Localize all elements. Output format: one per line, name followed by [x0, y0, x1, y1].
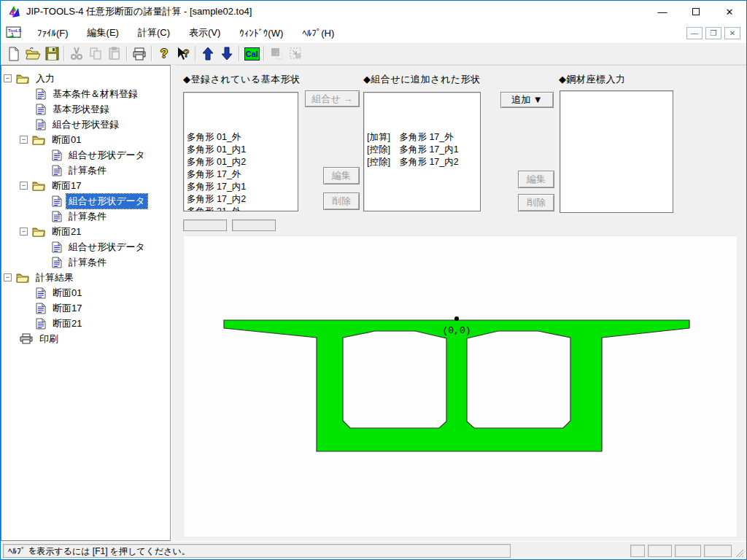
tree-item-組合せ形状データ[interactable]: 組合せ形状データ [1, 193, 170, 209]
shape-combine-button[interactable] [267, 44, 286, 63]
doc-icon [36, 318, 46, 330]
delete-steel-button[interactable]: 削除 [518, 194, 554, 211]
menu-item[interactable]: 表示(V) [179, 23, 230, 42]
list-item[interactable]: 多角形 01_内2 [187, 156, 295, 168]
maximize-button[interactable] [679, 1, 713, 23]
print-button[interactable] [130, 44, 149, 63]
window-title: JIP-TOOLS-4 任意形断面の諸量計算 - [sample02.to4] [26, 5, 646, 18]
list-item[interactable]: 多角形 17_外 [187, 168, 295, 181]
calculate-button[interactable]: Cal [242, 44, 261, 63]
save-button[interactable] [42, 44, 61, 63]
menu-item[interactable]: ﾌｧｲﾙ(F) [28, 25, 78, 42]
doc-icon [36, 88, 46, 100]
list-item[interactable]: [控除] 多角形 17_内2 [367, 156, 477, 168]
list-item[interactable]: 多角形 17_内2 [187, 193, 295, 206]
mdi-minimize-button[interactable]: — [686, 27, 703, 39]
main-area: −入力基本条件＆材料登録基本形状登録組合せ形状登録−断面01組合せ形状データ計算… [1, 65, 746, 541]
combined-shapes-list[interactable]: [加算] 多角形 17_外[控除] 多角形 17_内1[控除] 多角形 17_内… [363, 92, 481, 211]
tree-item-組合せ形状登録[interactable]: 組合せ形状登録 [1, 117, 170, 132]
open-file-button[interactable] [23, 44, 42, 63]
help-icon: ? [160, 47, 168, 61]
add-steel-button[interactable]: 追加 ▼ [500, 92, 554, 108]
tree-item-断面21[interactable]: −断面21 [1, 224, 170, 239]
tree-item-計算結果[interactable]: −計算結果 [1, 270, 170, 285]
resize-grip[interactable] [735, 548, 744, 558]
basic-shapes-list[interactable]: 多角形 01_外多角形 01_内1多角形 01_内2多角形 17_外多角形 17… [183, 92, 298, 211]
tree-splitter[interactable] [171, 65, 176, 541]
new-file-icon [7, 47, 21, 61]
menu-item[interactable]: ｳｨﾝﾄﾞｳ(W) [230, 25, 293, 42]
tree-item-基本条件＆材料登録[interactable]: 基本条件＆材料登録 [1, 86, 170, 101]
tree-item-計算条件[interactable]: 計算条件 [1, 254, 170, 270]
list-item[interactable]: 多角形 17_内1 [187, 181, 295, 193]
menu-item[interactable]: 編集(E) [78, 23, 128, 42]
status-pane-2 [648, 545, 672, 557]
list-item[interactable]: [加算] 多角形 17_外 [367, 131, 477, 144]
list-item[interactable]: 多角形 21_外 [187, 206, 295, 211]
list-item[interactable]: 多角形 01_内1 [187, 144, 295, 156]
navigation-tree: −入力基本条件＆材料登録基本形状登録組合せ形状登録−断面01組合せ形状データ計算… [1, 65, 171, 541]
steel-input-list[interactable] [560, 90, 673, 213]
mdi-window-controls: — ❐ ✕ [686, 27, 740, 39]
copy-button[interactable] [86, 44, 105, 63]
tree-item-計算条件[interactable]: 計算条件 [1, 209, 170, 224]
move-up-button[interactable] [198, 44, 217, 63]
new-file-button[interactable] [4, 44, 23, 63]
tree-expander-icon[interactable]: − [20, 228, 28, 236]
context-help-button[interactable]: ? [174, 44, 193, 63]
tree-item-断面01[interactable]: 断面01 [1, 285, 170, 300]
combine-button[interactable]: 組合せ → [305, 90, 360, 107]
tree-item-label: 計算結果 [34, 271, 76, 285]
help-button[interactable]: ? [155, 44, 174, 63]
mdi-close-button[interactable]: ✕ [724, 27, 740, 39]
tree-item-label: 断面01 [50, 286, 84, 300]
doc-icon [36, 119, 46, 131]
tree-item-断面21[interactable]: 断面21 [1, 316, 170, 331]
folder-icon [32, 181, 45, 191]
work-area: ◆登録されている基本形状 多角形 01_外多角形 01_内1多角形 01_内2多… [176, 65, 746, 541]
shape-select-button[interactable] [286, 44, 305, 63]
app-window: 4 JIP-TOOLS-4 任意形断面の諸量計算 - [sample02.to4… [0, 0, 747, 560]
move-down-button[interactable] [217, 44, 236, 63]
tree-item-入力[interactable]: −入力 [1, 71, 170, 86]
edit-steel-button[interactable]: 編集 [518, 171, 554, 188]
app-logo-icon: 4 [7, 4, 21, 19]
tree-expander-icon[interactable]: − [20, 136, 28, 144]
status-field-1 [183, 219, 227, 231]
title-bar: 4 JIP-TOOLS-4 任意形断面の諸量計算 - [sample02.to4… [1, 1, 746, 23]
menu-item[interactable]: ﾍﾙﾌﾟ(H) [293, 25, 344, 42]
edit-basic-shape-button[interactable]: 編集 [323, 167, 360, 184]
delete-basic-shape-button[interactable]: 削除 [323, 192, 360, 210]
status-pane-3 [675, 545, 701, 557]
mdi-restore-icon: ❐ [711, 29, 717, 37]
tree-expander-icon[interactable]: − [4, 74, 12, 82]
tree-item-組合せ形状データ[interactable]: 組合せ形状データ [1, 239, 170, 254]
tree-item-基本形状登録[interactable]: 基本形状登録 [1, 101, 170, 117]
doc-icon [52, 241, 62, 253]
list-item[interactable]: [控除] 多角形 17_内1 [367, 144, 477, 156]
mdi-document-icon[interactable]: TooLS 1 [6, 26, 22, 39]
tree-item-label: 組合せ形状データ [66, 194, 147, 209]
status-bar: ﾍﾙﾌﾟ を表示するには [F1] を押してください。 [1, 541, 746, 559]
tree-item-印刷[interactable]: 印刷 [1, 331, 170, 346]
tree-item-組合せ形状データ[interactable]: 組合せ形状データ [1, 147, 170, 163]
cut-button[interactable] [67, 44, 86, 63]
minimize-button[interactable]: — [646, 1, 679, 23]
context-help-icon: ? [176, 47, 190, 61]
list-item[interactable]: 多角形 01_外 [187, 131, 295, 144]
toolbar-separator [195, 46, 196, 61]
shape-select-icon [289, 47, 303, 61]
tree-expander-icon[interactable]: − [20, 182, 28, 190]
tree-expander-icon[interactable]: − [4, 273, 12, 281]
tree-item-断面17[interactable]: 断面17 [1, 300, 170, 316]
close-button[interactable]: ✕ [713, 1, 746, 23]
tree-item-断面17[interactable]: −断面17 [1, 178, 170, 193]
tree-item-label: 断面21 [50, 225, 83, 239]
folder-icon [16, 74, 29, 84]
tree-item-断面01[interactable]: −断面01 [1, 132, 170, 147]
tree-item-計算条件[interactable]: 計算条件 [1, 163, 170, 178]
paste-button[interactable] [105, 44, 124, 63]
mdi-restore-button[interactable]: ❐ [705, 27, 721, 39]
toolbar-separator [151, 46, 152, 61]
menu-item[interactable]: 計算(C) [128, 23, 179, 42]
